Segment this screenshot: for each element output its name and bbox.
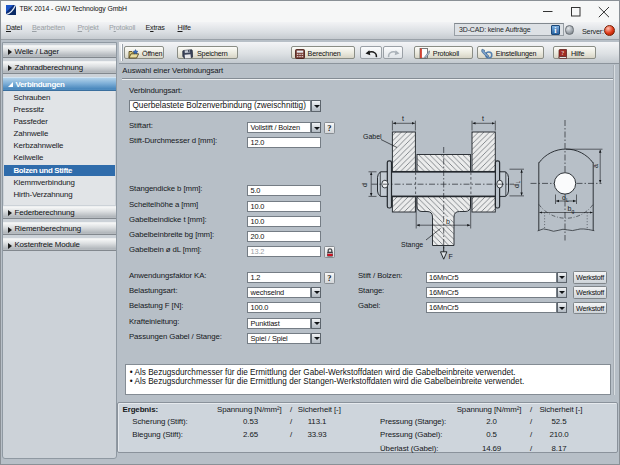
svg-text:?: ? [561, 49, 564, 56]
svg-text:t: t [402, 115, 404, 122]
svg-text:g: g [572, 208, 575, 214]
svg-text:d: d [361, 183, 368, 187]
svg-text:Gabel: Gabel [363, 133, 382, 140]
svg-text:F: F [449, 253, 453, 260]
svg-text:d: d [513, 184, 520, 188]
svg-text:L: L [515, 181, 521, 184]
svg-text:t: t [482, 115, 484, 122]
svg-text:Stange: Stange [401, 241, 423, 249]
svg-text:b: b [446, 218, 450, 225]
svg-text:L: L [566, 197, 569, 203]
svg-text:a: a [592, 164, 599, 168]
